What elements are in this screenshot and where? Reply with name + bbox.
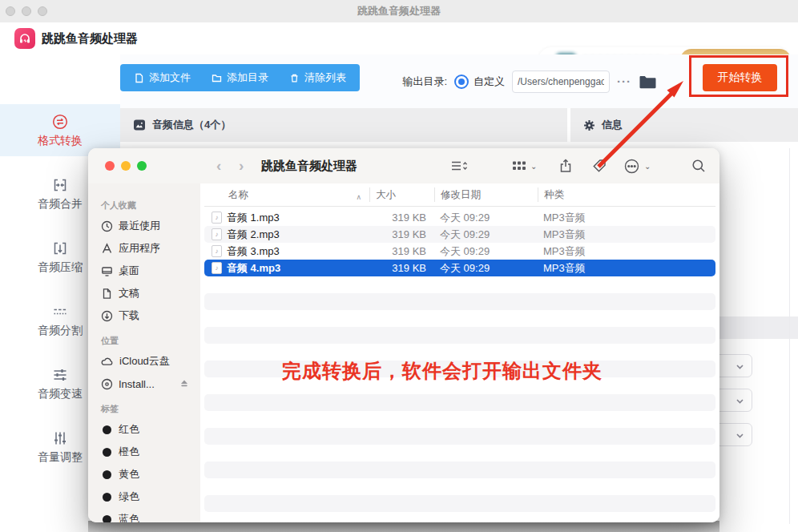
finder-zoom-icon[interactable] <box>137 161 147 171</box>
custom-radio[interactable] <box>454 75 469 89</box>
sidebar-tag-blue[interactable]: 蓝色 <box>101 508 194 522</box>
table-row[interactable]: ♪音频 3.mp3 319 KB 今天 09:29 MP3音频 <box>204 243 715 260</box>
add-folder-label: 添加目录 <box>227 71 268 85</box>
sidebar-tag-yellow[interactable]: 黄色 <box>101 463 194 486</box>
mp3-file-icon: ♪ <box>212 228 222 240</box>
tag-dot-icon <box>103 493 111 502</box>
empty-stripe <box>204 478 715 495</box>
empty-stripe <box>204 428 715 445</box>
chevron-down-icon: ⌄ <box>530 162 537 171</box>
clock-icon <box>101 220 113 232</box>
add-folder-button[interactable]: 添加目录 <box>201 64 279 91</box>
app-header: 跳跳鱼音频处理器 <box>0 22 798 54</box>
audio-info-icon <box>133 119 146 131</box>
column-headers: 名称∧ 大小 修改日期 种类 <box>204 183 715 207</box>
empty-stripe <box>204 411 715 428</box>
clear-list-label: 清除列表 <box>304 71 346 85</box>
empty-row-stripes <box>204 276 715 522</box>
custom-radio-label: 自定义 <box>474 75 505 89</box>
sidebar-item-install-disk[interactable]: Install... <box>101 373 194 395</box>
finder-window: ‹ › 跳跳鱼音频处理器 ⌄ ⌄ 个人收藏 最近使用 <box>88 148 719 522</box>
empty-stripe <box>204 394 715 411</box>
sidebar-item-documents[interactable]: 文稿 <box>101 282 194 304</box>
empty-stripe <box>204 293 715 310</box>
app-title: 跳跳鱼音频处理器 <box>42 22 138 54</box>
chevron-down-icon <box>735 430 745 441</box>
section-locations: 位置 <box>101 335 194 347</box>
audio-info-title: 音频信息（4个） <box>152 118 231 132</box>
empty-stripe <box>204 495 715 512</box>
document-icon <box>101 288 113 300</box>
sort-ascending-icon: ∧ <box>356 190 361 204</box>
sidebar-item-label: 格式转换 <box>0 134 120 148</box>
empty-stripe <box>204 512 715 522</box>
add-file-button[interactable]: 添加文件 <box>123 64 201 91</box>
section-favorites: 个人收藏 <box>101 200 194 212</box>
section-tags: 标签 <box>101 403 194 415</box>
format-convert-icon <box>0 111 120 131</box>
panel-scroll-track <box>789 148 790 524</box>
file-icon <box>134 73 144 83</box>
sidebar-item-desktop[interactable]: 桌面 <box>101 260 194 282</box>
eject-icon[interactable] <box>179 378 189 390</box>
table-row[interactable]: ♪音频 1.mp3 319 KB 今天 09:29 MP3音频 <box>204 209 715 226</box>
finder-title: 跳跳鱼音频处理器 <box>261 148 357 183</box>
sidebar-item-downloads[interactable]: 下载 <box>101 304 194 327</box>
add-file-label: 添加文件 <box>149 71 191 85</box>
sidebar-tag-red[interactable]: 红色 <box>101 418 194 441</box>
list-view-icon[interactable] <box>450 158 468 177</box>
output-dir-label: 输出目录: <box>402 75 447 89</box>
file-actions-group: 添加文件 添加目录 清除列表 <box>120 64 360 91</box>
sidebar-item-recents[interactable]: 最近使用 <box>101 215 194 237</box>
clear-list-button[interactable]: 清除列表 <box>279 64 357 91</box>
tag-dot-icon <box>103 425 111 434</box>
chevron-down-icon <box>735 361 745 372</box>
empty-stripe <box>204 276 715 293</box>
window-title: 跳跳鱼音频处理器 <box>0 0 798 22</box>
folder-icon <box>212 73 222 83</box>
annotation-arrow <box>589 75 697 175</box>
empty-stripe <box>204 327 715 344</box>
tag-dot-icon <box>103 515 111 523</box>
empty-stripe <box>204 461 715 478</box>
share-icon[interactable] <box>558 158 574 177</box>
column-date[interactable]: 修改日期 <box>434 187 538 202</box>
app-logo-headphones-icon <box>14 28 35 49</box>
empty-stripe <box>204 445 715 461</box>
mp3-file-icon: ♪ <box>212 212 222 224</box>
finder-file-list: 名称∧ 大小 修改日期 种类 ♪音频 1.mp3 319 KB 今天 09:29… <box>200 183 719 522</box>
column-kind[interactable]: 种类 <box>538 187 715 202</box>
finder-close-icon[interactable] <box>105 161 115 171</box>
column-size[interactable]: 大小 <box>369 187 434 202</box>
group-view-icon[interactable] <box>511 158 527 177</box>
trash-icon <box>289 73 300 83</box>
sidebar-tag-green[interactable]: 绿色 <box>101 486 194 508</box>
table-row[interactable]: ♪音频 2.mp3 319 KB 今天 09:29 MP3音频 <box>204 226 715 243</box>
forward-icon[interactable]: › <box>239 157 244 175</box>
file-rows: ♪音频 1.mp3 319 KB 今天 09:29 MP3音频 ♪音频 2.mp… <box>204 209 715 276</box>
annotation-highlight-rect <box>689 55 788 97</box>
applications-icon <box>101 243 113 255</box>
desktop-icon <box>101 265 113 277</box>
finder-minimize-icon[interactable] <box>121 161 131 171</box>
chevron-down-icon <box>735 396 745 406</box>
mp3-file-icon: ♪ <box>212 262 222 274</box>
finder-sidebar: 个人收藏 最近使用 应用程序 桌面 文稿 下载 位置 iCloud云盘 Ins <box>88 183 200 522</box>
window-bottom-shadow <box>88 521 719 532</box>
empty-stripe <box>204 310 715 327</box>
mp3-file-icon: ♪ <box>212 245 222 257</box>
download-icon <box>101 310 113 322</box>
column-name[interactable]: 名称∧ <box>204 187 369 202</box>
annotation-note: 完成转换后，软件会打开输出文件夹 <box>282 358 603 384</box>
audio-info-panel-header: 音频信息（4个） <box>120 108 567 142</box>
table-row-selected[interactable]: ♪音频 4.mp3 319 KB 今天 09:29 MP3音频 <box>204 260 715 276</box>
sidebar-item-icloud[interactable]: iCloud云盘 <box>101 350 194 373</box>
tag-dot-icon <box>103 448 111 457</box>
cloud-icon <box>101 356 114 368</box>
back-icon[interactable]: ‹ <box>216 157 221 175</box>
app-window-titlebar: 跳跳鱼音频处理器 <box>0 0 798 23</box>
disc-icon <box>101 378 113 390</box>
tag-dot-icon <box>103 470 111 479</box>
sidebar-tag-orange[interactable]: 橙色 <box>101 441 194 463</box>
sidebar-item-applications[interactable]: 应用程序 <box>101 237 194 260</box>
